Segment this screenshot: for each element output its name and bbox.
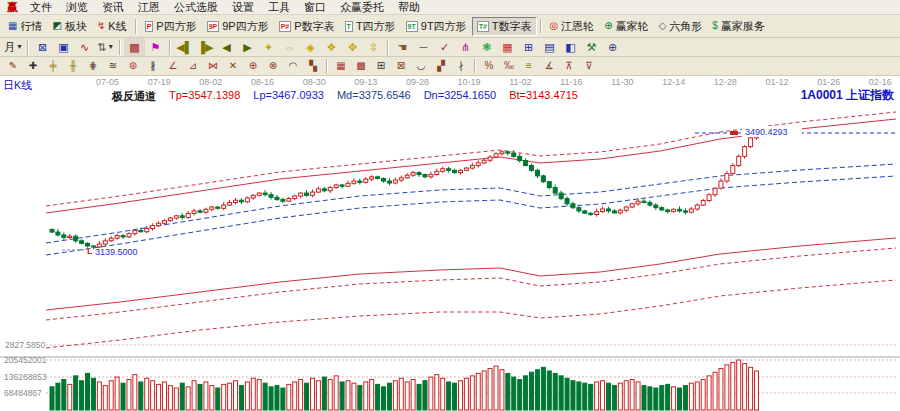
top-marker-icon[interactable]: ⊼ xyxy=(559,57,579,75)
last-price-label: 3490.4293 xyxy=(745,127,788,137)
grid-tool-icon: ▦ xyxy=(336,58,345,74)
menu-item-9[interactable]: 帮助 xyxy=(391,0,427,15)
gann-box-icon: ╫ xyxy=(69,58,76,74)
menu-item-4[interactable]: 公式选股 xyxy=(167,0,225,15)
fan-tool-icon[interactable]: ⋈ xyxy=(203,57,223,75)
first-bar-icon: ◀▌ xyxy=(176,39,192,55)
parallel-lines-icon[interactable]: ∦ xyxy=(143,57,163,75)
square-plus-icon[interactable]: ⊞ xyxy=(371,57,391,75)
t-number-table-button[interactable]: T#T数字表 xyxy=(472,17,537,36)
menu-item-5[interactable]: 设置 xyxy=(225,0,261,15)
zoom-in-icon[interactable]: ✦ xyxy=(258,38,279,56)
calculator-icon[interactable]: ⊞ xyxy=(518,38,539,56)
calendar-icon[interactable]: ▦ xyxy=(497,38,518,56)
service-icon[interactable]: ⊕ xyxy=(602,38,623,56)
menu-item-2[interactable]: 资讯 xyxy=(95,0,131,15)
pitchfork-tool-icon: ⋔ xyxy=(461,39,470,55)
winner-wheel-button[interactable]: ⊕赢家轮 xyxy=(599,17,653,36)
p-number-table-button[interactable]: P#P数字表 xyxy=(274,17,340,36)
period-selector[interactable]: 月▼ xyxy=(3,38,24,56)
gann-wheel-button[interactable]: ◎江恩轮 xyxy=(545,17,600,36)
button-label: 赢家服务 xyxy=(721,19,765,34)
fan-tool-icon: ⋈ xyxy=(208,58,218,74)
gann-grid-icon[interactable]: ╪ xyxy=(43,57,63,75)
winner-service-button[interactable]: $赢家服务 xyxy=(707,17,770,36)
menu-item-6[interactable]: 工具 xyxy=(261,0,297,15)
permille-tool-icon: ‰ xyxy=(504,58,514,74)
bottom-marker-icon[interactable]: ⊽ xyxy=(579,57,599,75)
hand-tool-icon[interactable]: ☚ xyxy=(392,38,413,56)
menu-item-7[interactable]: 窗口 xyxy=(297,0,333,15)
region-select-icon[interactable]: ▩ xyxy=(124,38,145,56)
sectors-button[interactable]: ◩板块 xyxy=(47,17,91,36)
pitchfork-tool-icon[interactable]: ⋔ xyxy=(455,38,476,56)
channel-mid-upper xyxy=(46,164,896,243)
shade-a-icon[interactable]: ▚ xyxy=(303,57,323,75)
button-label: P四方形 xyxy=(156,19,196,34)
menu-item-0[interactable]: 文件 xyxy=(23,0,59,15)
9p-square-button[interactable]: 9P9P四方形 xyxy=(202,17,274,36)
triangle-tool-icon[interactable]: ⊿ xyxy=(183,57,203,75)
slash-tool-icon[interactable]: ∤ xyxy=(451,57,471,75)
next-bar-icon[interactable]: ▶ xyxy=(237,38,258,56)
measure-tool-icon[interactable]: ✓ xyxy=(434,38,455,56)
quote-window-icon[interactable]: ◧ xyxy=(560,38,581,56)
volume-axis-label-0: 205452001 xyxy=(4,355,47,365)
stretch-v-icon[interactable]: ⇳ xyxy=(363,38,384,56)
overlay-curve-icon: ∿ xyxy=(80,39,89,55)
pen-tool-icon[interactable]: ✎ xyxy=(3,57,23,75)
hexagon-button[interactable]: ◇六角形 xyxy=(654,17,708,36)
flag-marker-icon[interactable]: ⚑ xyxy=(145,38,166,56)
square-x-icon[interactable]: ⊠ xyxy=(391,57,411,75)
hatch-tool-icon[interactable]: ▩ xyxy=(351,57,371,75)
angle-measure-icon[interactable]: ∡ xyxy=(539,57,559,75)
pattern-tool-icon[interactable]: ❃ xyxy=(476,38,497,56)
angle-tool-icon[interactable]: ∠ xyxy=(163,57,183,75)
p-square-button[interactable]: PP四方形 xyxy=(140,17,202,36)
menu-item-8[interactable]: 众赢委托 xyxy=(333,0,391,15)
stretch-h-icon[interactable]: ⇔ xyxy=(279,38,300,56)
arc-down-icon[interactable]: ◡ xyxy=(411,57,431,75)
zoom-fit-icon[interactable]: ◈ xyxy=(300,38,321,56)
flag-marker-icon: ⚑ xyxy=(151,39,161,55)
grid-tool-icon[interactable]: ▦ xyxy=(331,57,351,75)
arc-tool-icon[interactable]: ◠ xyxy=(283,57,303,75)
circle-plus-icon[interactable]: ⊕ xyxy=(243,57,263,75)
permille-tool-icon[interactable]: ‰ xyxy=(499,57,519,75)
circle-cross-icon[interactable]: ⊗ xyxy=(263,57,283,75)
menu-item-3[interactable]: 江恩 xyxy=(131,0,167,15)
crosshair-tool-icon[interactable]: ✚ xyxy=(23,57,43,75)
quotes-button[interactable]: ▦行情 xyxy=(3,17,47,36)
cycle-tool-icon[interactable]: ⊛ xyxy=(123,57,143,75)
square-plus-icon: ⊞ xyxy=(377,58,385,74)
next-bar-icon: ▶ xyxy=(243,39,251,55)
zoom-out-icon[interactable]: ❖ xyxy=(321,38,342,56)
quote-window-icon: ◧ xyxy=(565,39,575,55)
report-icon[interactable]: ▤ xyxy=(539,38,560,56)
overlay-curve-icon[interactable]: ∿ xyxy=(74,38,95,56)
shade-b-icon: ▞ xyxy=(437,58,445,74)
pan-icon[interactable]: ✥ xyxy=(342,38,363,56)
9t-square-button[interactable]: 9T9T四方形 xyxy=(401,17,472,36)
gann-box-icon[interactable]: ╫ xyxy=(63,57,83,75)
delete-tool-icon[interactable]: ✕ xyxy=(223,57,243,75)
multi-window-icon[interactable]: ⊠ xyxy=(32,38,53,56)
scale-toggle-icon[interactable]: ⇅▼ xyxy=(95,38,116,56)
ruler-tool-icon[interactable]: ⋕ xyxy=(83,57,103,75)
shade-b-icon[interactable]: ▞ xyxy=(431,57,451,75)
chart-canvas[interactable]: 3490.4293L3139.50002827.5850205452001136… xyxy=(0,76,900,411)
prev-bar-icon[interactable]: ◀ xyxy=(216,38,237,56)
kline-button[interactable]: ↯K线 xyxy=(92,17,132,36)
first-bar-icon[interactable]: ◀▌ xyxy=(174,38,195,56)
trendline-tool-icon[interactable]: ─ xyxy=(413,38,434,56)
wave-tool-icon[interactable]: ≋ xyxy=(103,57,123,75)
percent-tool-icon[interactable]: % xyxy=(479,57,499,75)
t-square-button[interactable]: TT四方形 xyxy=(340,17,401,36)
main-toolbar: ▦行情◩板块↯K线PP四方形9P9P四方形P#P数字表TT四方形9T9T四方形T… xyxy=(0,15,900,38)
last-bar-icon[interactable]: ▐▶ xyxy=(195,38,216,56)
single-window-icon[interactable]: ▣ xyxy=(53,38,74,56)
zoom-in-icon: ✦ xyxy=(264,39,273,55)
hline-levels-icon[interactable]: ≡ xyxy=(519,57,539,75)
menu-item-1[interactable]: 浏览 xyxy=(59,0,95,15)
tools-icon[interactable]: ⚒ xyxy=(581,38,602,56)
